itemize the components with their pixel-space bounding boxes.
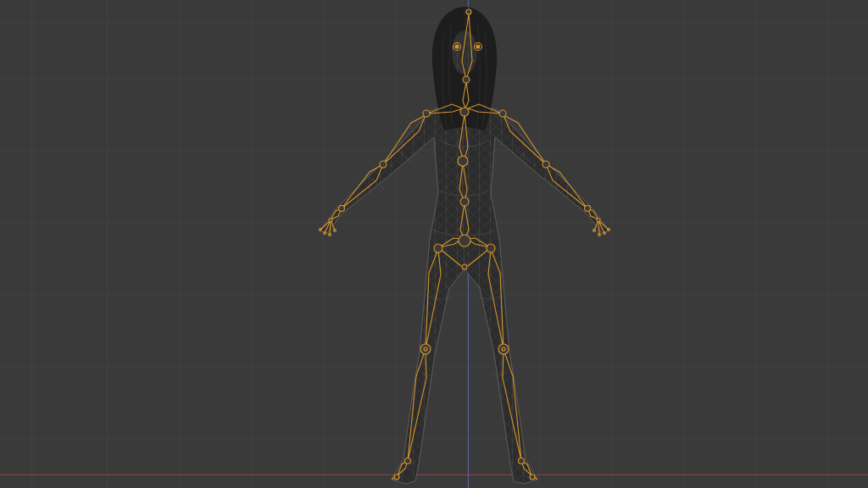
armature-joints	[329, 9, 600, 480]
face-wire	[452, 30, 477, 75]
body-wireframe-pattern	[320, 95, 609, 484]
armature[interactable]	[320, 9, 610, 480]
character-model[interactable]	[0, 0, 868, 488]
3d-viewport[interactable]	[0, 0, 868, 488]
body-mesh[interactable]	[320, 95, 609, 484]
